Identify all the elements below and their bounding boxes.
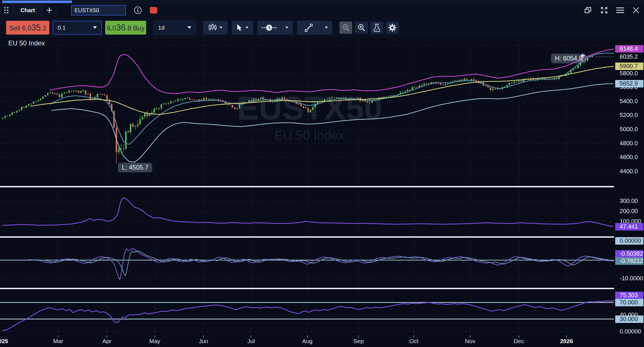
price-chart-canvas[interactable]: EUSTX50EU 50 Index [0,38,644,347]
axis-tick: 5400.0 [615,98,643,105]
axis-tick: -10.0000 [615,275,643,282]
time-axis-label: May [149,338,160,345]
drawing-tools-group [297,21,332,35]
timeframe-value: 1d [158,24,164,31]
instrument-label: EU 50 Index [8,39,45,47]
duplicate-window-icon [584,6,592,14]
axis-tick: 4600.0 [615,154,643,161]
ma-magenta-line [50,49,614,94]
symbol-input-box[interactable] [71,5,126,15]
axis-badge: 0.00000 [615,237,643,245]
panel2-signal-line [34,251,614,276]
axis-tick: 5200.0 [615,112,643,119]
buy-label: 6,036.8 Buy [107,23,145,33]
volume-dropdown[interactable]: 0.1 [53,21,102,35]
time-axis-label: Sep [353,338,364,345]
sell-button[interactable]: Sell 6,035.2 [6,21,49,35]
zoom-in-button[interactable] [355,22,368,34]
periodicity-button[interactable] [257,21,281,35]
drag-handle[interactable] [0,4,13,17]
time-axis-label: Mar [53,338,63,345]
crosshair-cursor-icon: + [580,53,585,58]
axis-badge: 6148.4 [615,45,643,53]
trendline-tool-button[interactable] [297,21,321,35]
fullscreen-button[interactable] [600,6,608,14]
time-axis-label: 025 [0,338,8,345]
time-axis-label: Aug [302,338,312,345]
tab-chart[interactable]: Chart [13,4,43,17]
axis-tick: 0.00000 [615,328,643,335]
indicators-button[interactable] [370,22,383,34]
axis-badge: 70.000 [615,299,643,306]
watermark-symbol: EUSTX50 [237,90,382,126]
close-icon [632,7,640,14]
axis-badge: 5900.7 [615,63,643,70]
info-icon [134,6,142,14]
axis-badge: 75.303 [615,292,643,299]
symbol-input[interactable] [72,7,125,14]
candlestick-icon [208,23,217,32]
panel3-indicator-line [2,300,614,331]
low-marker-badge: L: 4505.7 [118,163,152,172]
tab-chart-label: Chart [20,7,35,14]
time-axis-label: Nov [465,338,475,345]
tab-bar: Chart [0,3,644,17]
zoom-out-icon [342,24,350,32]
clock-icon [261,24,277,32]
buy-button[interactable]: 6,036.8 Buy [105,21,146,35]
zoom-out-button[interactable] [339,22,352,34]
chevron-down-icon [93,26,97,29]
chart-area[interactable]: EUSTX50EU 50 Index EU 50 Index H: 6054.8… [0,38,644,347]
menu-icon [616,7,624,14]
flask-icon [373,23,381,32]
chart-type-dropdown[interactable] [203,21,228,35]
plus-icon [46,7,53,14]
panel-separator[interactable] [0,186,614,187]
axis-tick: 300.00 [615,197,643,205]
toolbar: Sell 6,035.2 0.1 6,036.8 Buy 1d [0,17,644,38]
watermark-name: EU 50 Index [274,128,344,143]
axis-tick: 200.00 [615,208,643,215]
expand-icon [600,6,608,14]
chevron-down-icon [285,27,288,29]
grid-dots-icon [3,7,9,14]
symbol-info-button[interactable] [134,6,142,14]
timeframe-dropdown[interactable]: 1d [153,21,196,35]
axis-badge: 30.000 [615,315,643,323]
periodicity-group [257,21,293,35]
axis-badge: 5652.9 [615,80,643,87]
axis-tick: 5800.0 [615,70,643,77]
duplicate-window-button[interactable] [584,6,592,14]
cursor-tool-dropdown[interactable] [232,21,253,35]
axis-badge: -0.76212 [615,257,643,265]
axis-tick: 4800.0 [615,140,643,147]
panel-separator[interactable] [0,236,614,238]
axis-badge: 47.441 [615,223,643,231]
chevron-down-icon [325,27,328,29]
chevron-down-icon [246,27,249,29]
trendline-icon [304,23,313,32]
chevron-down-icon [187,26,191,29]
panel1-indicator-line [2,198,614,227]
menu-button[interactable] [616,7,624,14]
time-axis-label: Jun [199,338,208,345]
drawing-tools-dropdown[interactable] [321,21,332,35]
new-tab-button[interactable] [43,4,56,17]
axis-tick: 4400.0 [615,168,643,175]
time-axis-label: 2026 [560,338,573,345]
workspace-accent-bar [2,1,72,3]
time-axis-label: Dec [514,338,524,345]
close-window-button[interactable] [632,7,640,14]
settings-button[interactable] [386,22,399,34]
time-axis-label: Oct [409,338,419,345]
periodicity-dropdown[interactable] [281,21,293,35]
panel2-main-line [29,249,614,279]
chart-color-swatch-button[interactable] [150,7,157,14]
axis-badge: -0.50382 [615,250,643,258]
window-controls [584,6,644,14]
panel-separator[interactable] [0,288,614,289]
gear-icon [388,23,397,32]
chevron-down-icon [220,27,223,29]
window-top-strip [0,0,644,3]
time-axis-label: Jul [248,338,255,345]
